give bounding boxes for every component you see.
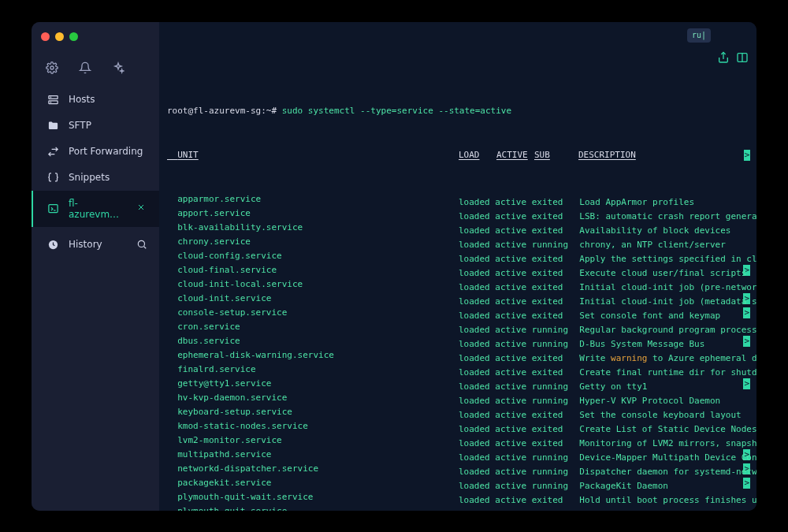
service-row: plymouth-quit-wait.serviceloaded active … [167, 492, 750, 506]
active-cell: active [495, 282, 531, 292]
service-row: finalrd.serviceloaded active exited Crea… [167, 364, 750, 378]
load-cell: loaded [459, 467, 495, 477]
sidebar-item-port-forwarding[interactable]: Port Forwarding [32, 139, 159, 165]
maximize-window-button[interactable] [69, 32, 78, 41]
close-tab-icon[interactable] [136, 203, 148, 214]
unit-cell: networkd-dispatcher.service [167, 463, 459, 474]
sub-cell: exited [532, 353, 574, 364]
unit-cell: blk-availability.service [167, 222, 459, 233]
close-window-button[interactable] [41, 32, 50, 41]
sub-cell: exited [532, 211, 574, 222]
load-cell: loaded [459, 254, 495, 264]
code-icon [47, 172, 59, 184]
search-icon[interactable] [136, 239, 148, 251]
share-icon[interactable] [717, 29, 730, 42]
svg-point-7 [138, 240, 144, 247]
history-icon [47, 239, 59, 251]
sidebar-item-hosts[interactable]: Hosts [32, 87, 159, 113]
minimize-window-button[interactable] [55, 32, 64, 41]
terminal-icon [47, 203, 59, 214]
truncation-indicator: > [743, 378, 750, 389]
sub-cell: exited [532, 410, 574, 421]
traffic-lights [41, 32, 78, 41]
unit-cell: finalrd.service [167, 364, 459, 375]
unit-cell: cloud-init-local.service [167, 279, 459, 290]
active-cell: active [495, 438, 531, 448]
table-header: UNITLOADACTIVESUBDESCRIPTION> [167, 150, 750, 161]
sub-cell: exited [532, 268, 574, 279]
bell-icon[interactable] [79, 61, 91, 74]
load-cell: loaded [459, 438, 495, 448]
service-row: keyboard-setup.serviceloaded active exit… [167, 407, 750, 421]
desc-cell: Create final runtime dir for shutdown [574, 367, 756, 378]
unit-cell: multipathd.service [167, 449, 459, 460]
locale-badge[interactable]: ru| [687, 28, 711, 43]
sidebar-item-active-host[interactable]: fl-azurevm… [32, 191, 159, 227]
active-cell: active [495, 197, 531, 207]
active-cell: active [495, 495, 531, 505]
active-cell: active [495, 296, 531, 307]
svg-point-3 [50, 97, 51, 98]
arrows-icon [47, 146, 59, 158]
unit-cell: apparmor.service [167, 194, 459, 205]
active-cell: active [495, 353, 531, 363]
active-cell: active [495, 396, 531, 406]
service-list: apparmor.serviceloaded active exited Loa… [167, 194, 750, 511]
load-cell: loaded [459, 396, 495, 406]
truncation-indicator: > [743, 307, 750, 318]
sparkle-icon[interactable] [112, 61, 125, 74]
service-row: kmod-static-nodes.serviceloaded active e… [167, 421, 750, 435]
desc-cell: Load AppArmor profiles [574, 197, 694, 207]
svg-point-0 [50, 66, 54, 69]
active-cell: active [495, 452, 531, 463]
sidebar-item-label: fl-azurevm… [69, 198, 127, 220]
active-cell: active [495, 254, 531, 264]
gear-icon[interactable] [46, 61, 58, 74]
sub-cell: running [532, 467, 574, 478]
warning-text: warning [611, 353, 647, 363]
terminal-toolbar: ru| [687, 28, 749, 43]
service-row: cron.serviceloaded active running Regula… [167, 322, 750, 336]
desc-cell: Create List of Static Device Nodes [574, 424, 756, 434]
split-pane-icon[interactable] [736, 29, 749, 42]
service-row: console-setup.serviceloaded active exite… [167, 307, 750, 322]
sidebar-top-icons [32, 58, 159, 87]
col-active: ACTIVE [496, 150, 534, 161]
service-row: hv-kvp-daemon.serviceloaded active runni… [167, 392, 750, 407]
sidebar-item-label: Port Forwarding [69, 146, 143, 157]
prompt-line: root@fl-azurevm-sg:~# sudo systemctl --t… [167, 106, 750, 117]
terminal-pane[interactable]: ru| root@fl-azurevm-sg:~# sudo systemctl… [159, 22, 756, 511]
active-cell: active [495, 240, 531, 250]
folder-icon [47, 120, 59, 132]
service-row: cloud-init-local.serviceloaded active ex… [167, 279, 750, 293]
active-cell: active [495, 467, 531, 477]
sub-cell: exited [532, 509, 574, 511]
desc-cell: Monitoring of LVM2 mirrors, snapshots [574, 438, 756, 448]
sidebar-item-sftp[interactable]: SFTP [32, 113, 159, 139]
service-row: cloud-config.serviceloaded active exited… [167, 251, 750, 265]
unit-cell: cron.service [167, 322, 459, 333]
desc-cell: Set console font and keymap [574, 311, 720, 321]
load-cell: loaded [459, 325, 495, 335]
active-cell: active [495, 367, 531, 378]
load-cell: loaded [459, 197, 495, 207]
service-row: getty@tty1.serviceloaded active running … [167, 378, 750, 392]
sidebar-item-history[interactable]: History [32, 232, 159, 258]
desc-cell: D-Bus System Message Bus [574, 339, 705, 349]
service-row: apport.serviceloaded active exited LSB: … [167, 208, 750, 222]
active-cell: active [495, 225, 531, 236]
unit-cell: kmod-static-nodes.service [167, 421, 459, 432]
active-cell: active [495, 381, 531, 392]
unit-cell: hv-kvp-daemon.service [167, 392, 459, 404]
desc-cell: chrony, an NTP client/server [574, 240, 726, 250]
unit-cell: console-setup.service [167, 307, 459, 318]
load-cell: loaded [459, 481, 495, 491]
desc-cell: Dispatcher daemon for systemd-network [574, 467, 756, 477]
app-window: Hosts SFTP Port Forwarding Snippets [32, 22, 756, 511]
sub-cell: exited [532, 254, 574, 265]
active-cell: active [495, 311, 531, 321]
sub-cell: running [532, 339, 574, 350]
sidebar-item-snippets[interactable]: Snippets [32, 165, 159, 191]
desc-cell: Terminate Plymouth Boot Screen [574, 509, 736, 511]
load-cell: loaded [459, 381, 495, 392]
